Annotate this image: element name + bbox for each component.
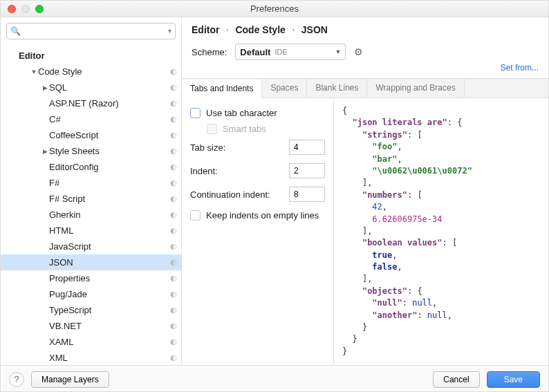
sidebar-item-editorconfig[interactable]: EditorConfig◐ bbox=[1, 159, 181, 175]
window-zoom-button[interactable] bbox=[35, 5, 44, 13]
tab-wrapping[interactable]: Wrapping and Braces bbox=[367, 79, 464, 97]
sidebar-item-style-sheets[interactable]: ▶Style Sheets◐ bbox=[1, 143, 181, 159]
tab-blank-lines[interactable]: Blank Lines bbox=[307, 79, 367, 97]
sidebar-item-f-[interactable]: F#◐ bbox=[1, 175, 181, 191]
tree-label: Style Sheets bbox=[49, 146, 167, 156]
sidebar-item-pug-jade[interactable]: Pug/Jade◐ bbox=[1, 286, 181, 302]
sidebar-item-coffeescript[interactable]: CoffeeScript◐ bbox=[1, 127, 181, 143]
indent-form: Use tab character Smart tabs Tab size: I… bbox=[182, 98, 334, 365]
cancel-button[interactable]: Cancel bbox=[433, 371, 479, 388]
chevron-icon: › bbox=[226, 26, 228, 33]
tab-tabs-indents[interactable]: Tabs and Indents bbox=[182, 80, 262, 98]
tree-label: EditorConfig bbox=[49, 162, 167, 172]
override-icon: ◐ bbox=[170, 210, 177, 219]
cont-indent-input[interactable] bbox=[289, 187, 325, 202]
search-container: 🔍 ▾ bbox=[6, 23, 176, 39]
sidebar-item-vb-net[interactable]: VB.NET◐ bbox=[1, 318, 181, 334]
tree-label: JSON bbox=[49, 257, 167, 268]
tab-spaces[interactable]: Spaces bbox=[262, 79, 307, 97]
cont-indent-label: Continuation indent: bbox=[190, 189, 289, 200]
scheme-label: Scheme: bbox=[192, 47, 227, 57]
save-button[interactable]: Save bbox=[487, 371, 540, 388]
sidebar: 🔍 ▾ Editor ▼Code Style◐ ▶SQL◐ASP.NET (Ra… bbox=[1, 17, 182, 365]
expander-icon[interactable]: ▶ bbox=[41, 148, 49, 155]
tree-label: F# bbox=[49, 178, 167, 188]
crumb-codestyle[interactable]: Code Style bbox=[235, 24, 285, 35]
chevron-icon: › bbox=[292, 26, 295, 33]
tree-label: Gherkin bbox=[49, 209, 167, 220]
keep-indents-row[interactable]: Keep indents on empty lines bbox=[190, 210, 325, 221]
override-icon: ◐ bbox=[170, 115, 177, 124]
sidebar-item-f-script[interactable]: F# Script◐ bbox=[1, 191, 181, 207]
crumb-json: JSON bbox=[301, 24, 328, 35]
set-from-link[interactable]: Set from... bbox=[182, 62, 548, 78]
help-button[interactable]: ? bbox=[9, 372, 24, 387]
sidebar-item-xaml[interactable]: XAML◐ bbox=[1, 334, 181, 350]
scheme-dropdown[interactable]: Default IDE ▼ bbox=[235, 44, 346, 60]
override-icon: ◐ bbox=[170, 321, 177, 330]
tree-label: ASP.NET (Razor) bbox=[49, 98, 167, 109]
keep-indents-label: Keep indents on empty lines bbox=[206, 210, 319, 221]
override-icon: ◐ bbox=[170, 67, 177, 76]
tree-label: Pug/Jade bbox=[49, 289, 167, 299]
main-panel: Editor › Code Style › JSON Scheme: Defau… bbox=[182, 17, 548, 365]
sidebar-item-properties[interactable]: Properties◐ bbox=[1, 270, 181, 286]
manage-layers-button[interactable]: Manage Layers bbox=[31, 371, 109, 388]
keep-indents-checkbox[interactable] bbox=[190, 210, 201, 221]
window-minimize-button[interactable] bbox=[21, 5, 30, 13]
tree-label: Code Style bbox=[38, 66, 167, 77]
sidebar-item-c-[interactable]: C#◐ bbox=[1, 111, 181, 127]
sidebar-item-html[interactable]: HTML◐ bbox=[1, 223, 181, 239]
smart-tabs-row: Smart tabs bbox=[190, 124, 325, 134]
override-icon: ◐ bbox=[170, 147, 177, 156]
indent-label: Indent: bbox=[190, 166, 289, 176]
smart-tabs-label: Smart tabs bbox=[223, 124, 266, 134]
search-icon: 🔍 bbox=[10, 26, 21, 36]
search-input[interactable] bbox=[6, 23, 176, 39]
sidebar-item-javascript[interactable]: JavaScript◐ bbox=[1, 239, 181, 254]
indent-input[interactable] bbox=[289, 163, 325, 178]
tree-label: JavaScript bbox=[49, 241, 167, 252]
tree-code-style[interactable]: ▼Code Style◐ bbox=[1, 64, 181, 80]
sidebar-item-xml[interactable]: XML◐ bbox=[1, 350, 181, 365]
override-icon: ◐ bbox=[170, 290, 177, 299]
tree-label: XML bbox=[49, 353, 167, 363]
window-close-button[interactable] bbox=[8, 5, 16, 13]
use-tab-label: Use tab character bbox=[206, 108, 277, 118]
code-preview: { "json literals are": { "strings": [ "f… bbox=[334, 98, 548, 365]
scheme-value: Default bbox=[240, 47, 270, 57]
tree-label: VB.NET bbox=[49, 321, 167, 331]
scheme-scope: IDE bbox=[274, 48, 287, 56]
sidebar-item-asp-net-razor-[interactable]: ASP.NET (Razor)◐ bbox=[1, 95, 181, 111]
tree-label: Properties bbox=[49, 273, 167, 283]
search-history-icon[interactable]: ▾ bbox=[168, 27, 171, 35]
expander-icon[interactable]: ▶ bbox=[41, 84, 49, 91]
crumb-editor[interactable]: Editor bbox=[192, 24, 219, 35]
sidebar-item-sql[interactable]: ▶SQL◐ bbox=[1, 80, 181, 95]
tree-label: SQL bbox=[49, 82, 167, 93]
sidebar-item-gherkin[interactable]: Gherkin◐ bbox=[1, 207, 181, 223]
tree-editor[interactable]: Editor bbox=[1, 48, 181, 64]
gear-icon[interactable]: ⚙ bbox=[354, 46, 363, 57]
tree-label: XAML bbox=[49, 337, 167, 347]
window-title: Preferences bbox=[250, 3, 299, 14]
override-icon: ◐ bbox=[170, 178, 177, 187]
sidebar-item-typescript[interactable]: TypeScript◐ bbox=[1, 302, 181, 318]
override-icon: ◐ bbox=[170, 83, 177, 92]
override-icon: ◐ bbox=[170, 306, 177, 315]
sidebar-item-json[interactable]: JSON◐ bbox=[1, 254, 181, 270]
tab-size-input[interactable] bbox=[289, 140, 325, 155]
use-tab-row[interactable]: Use tab character bbox=[190, 108, 325, 118]
override-icon: ◐ bbox=[170, 242, 177, 251]
footer: ? Manage Layers Cancel Save bbox=[1, 365, 548, 392]
use-tab-checkbox[interactable] bbox=[190, 108, 201, 118]
breadcrumb: Editor › Code Style › JSON bbox=[182, 17, 548, 39]
tree-label: C# bbox=[49, 114, 167, 124]
smart-tabs-checkbox bbox=[207, 124, 217, 134]
expander-icon[interactable]: ▼ bbox=[30, 68, 38, 75]
override-icon: ◐ bbox=[170, 162, 177, 171]
tree-label: Editor bbox=[19, 50, 177, 61]
tabs: Tabs and Indents Spaces Blank Lines Wrap… bbox=[182, 78, 548, 98]
override-icon: ◐ bbox=[170, 337, 177, 346]
override-icon: ◐ bbox=[170, 99, 177, 108]
